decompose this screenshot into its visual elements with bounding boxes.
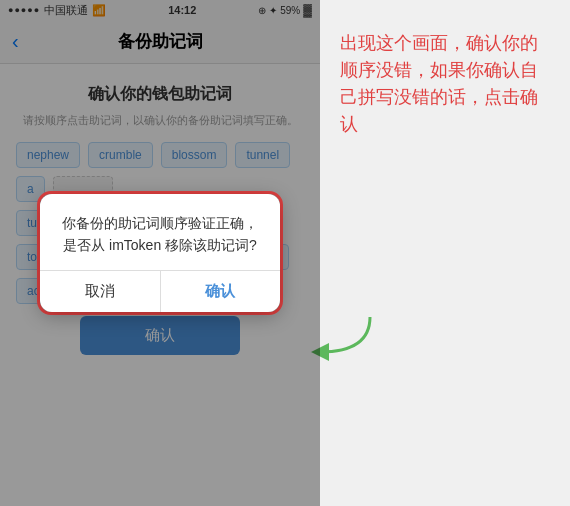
arrow-container	[310, 312, 380, 366]
dialog-highlight-border: 你备份的助记词顺序验证正确，是否从 imToken 移除该助记词? 取消 确认	[37, 191, 283, 316]
dialog-message: 你备份的助记词顺序验证正确，是否从 imToken 移除该助记词?	[60, 212, 260, 257]
dialog-overlay: 你备份的助记词顺序验证正确，是否从 imToken 移除该助记词? 取消 确认	[0, 0, 320, 506]
dialog-actions: 取消 确认	[40, 270, 280, 312]
dialog-cancel-button[interactable]: 取消	[40, 271, 161, 312]
phone-frame: ●●●●● 中国联通 📶 14:12 ⊕ ✦ 59% ▓ ‹ 备份助记词 确认你…	[0, 0, 320, 506]
annotation-text: 出现这个画面，确认你的顺序没错，如果你确认自己拼写没错的话，点击确认	[340, 30, 554, 138]
annotation-panel: 出现这个画面，确认你的顺序没错，如果你确认自己拼写没错的话，点击确认	[320, 0, 570, 506]
arrow-icon	[310, 312, 380, 362]
dialog-box: 你备份的助记词顺序验证正确，是否从 imToken 移除该助记词? 取消 确认	[40, 194, 280, 313]
dialog-ok-button[interactable]: 确认	[161, 271, 281, 312]
dialog-body: 你备份的助记词顺序验证正确，是否从 imToken 移除该助记词?	[40, 194, 280, 271]
